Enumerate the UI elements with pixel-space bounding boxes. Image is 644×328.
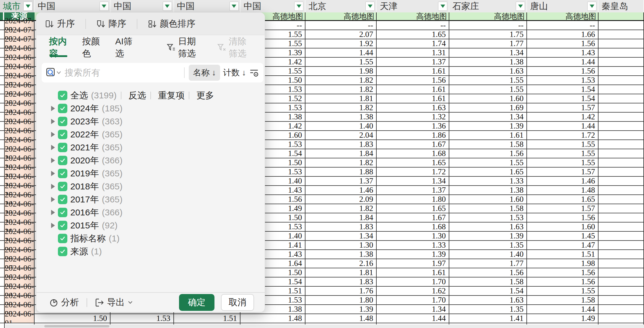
value-cell[interactable]: 1.44	[305, 48, 377, 57]
expand-arrow-icon[interactable]	[51, 223, 55, 228]
value-cell[interactable]: 1.88	[305, 168, 377, 176]
item-label[interactable]: 来源	[70, 246, 88, 258]
value-cell[interactable]: 1.57	[527, 168, 599, 176]
item-checkbox[interactable]	[58, 143, 67, 152]
value-cell[interactable]: --	[305, 21, 377, 30]
value-cell[interactable]	[599, 158, 644, 167]
expand-arrow-icon[interactable]	[51, 197, 55, 202]
filter-dropdown-button[interactable]	[23, 2, 32, 11]
header-cell-china-2[interactable]: 中国	[111, 0, 174, 12]
value-cell[interactable]: 1.58	[527, 296, 599, 304]
value-cell[interactable]	[599, 131, 644, 139]
header-cell-china-1[interactable]: 中国	[35, 0, 110, 12]
value-cell[interactable]: 1.38	[305, 250, 377, 259]
value-cell[interactable]: 1.83	[305, 223, 377, 231]
value-cell[interactable]: 1.63	[377, 103, 449, 112]
value-cell[interactable]: 1.46	[527, 177, 599, 185]
item-checkbox[interactable]	[58, 130, 67, 139]
value-cell[interactable]	[599, 30, 644, 39]
source-cell[interactable]: 高德地图	[449, 12, 527, 20]
value-cell[interactable]: 1.55	[449, 76, 527, 85]
sort-by-color-button[interactable]: 颜色排序	[148, 18, 195, 30]
filter-dropdown-button[interactable]	[365, 2, 375, 11]
filter-dropdown-button[interactable]	[516, 2, 525, 11]
item-label[interactable]: 2020年	[70, 155, 99, 167]
value-cell[interactable]: 1.82	[305, 76, 377, 85]
filter-dropdown-button[interactable]	[230, 2, 239, 11]
value-cell[interactable]: 1.45	[527, 232, 599, 240]
expand-arrow-icon[interactable]	[51, 210, 55, 215]
item-label[interactable]: 2021年	[70, 142, 99, 154]
value-cell[interactable]	[599, 113, 644, 121]
expand-arrow-icon[interactable]	[51, 106, 55, 111]
value-cell[interactable]: 1.37	[377, 186, 449, 194]
source-cell[interactable]: 高德地图	[305, 12, 377, 20]
value-cell[interactable]: 1.72	[527, 131, 599, 139]
value-cell[interactable]	[599, 241, 644, 249]
item-checkbox[interactable]	[58, 247, 67, 256]
value-cell[interactable]: 1.84	[305, 149, 377, 158]
item-checkbox[interactable]	[58, 117, 67, 126]
item-checkbox[interactable]	[58, 182, 67, 191]
value-cell[interactable]: 1.40	[449, 250, 527, 259]
filter-dropdown-button[interactable]	[438, 2, 447, 11]
header-cell-china-3[interactable]: 中国	[174, 0, 241, 12]
value-cell[interactable]: 1.54	[527, 94, 599, 103]
value-cell[interactable]: --	[377, 21, 449, 30]
value-cell[interactable]: 1.65	[527, 195, 599, 204]
value-cell[interactable]: 1.46	[305, 186, 377, 194]
value-cell[interactable]: 1.76	[305, 287, 377, 295]
value-cell[interactable]: 1.58	[449, 140, 527, 149]
value-cell[interactable]: 1.56	[377, 76, 449, 85]
value-cell[interactable]: 1.98	[305, 67, 377, 75]
value-cell[interactable]	[599, 186, 644, 194]
value-cell[interactable]: 1.61	[377, 94, 449, 103]
value-cell[interactable]: 1.44	[527, 58, 599, 66]
value-cell[interactable]: 1.70	[377, 296, 449, 304]
value-cell[interactable]: 1.55	[449, 158, 527, 167]
search-scope-chevron-icon[interactable]	[56, 71, 61, 74]
value-cell[interactable]: 1.66	[527, 30, 599, 39]
value-cell[interactable]: 1.35	[449, 305, 527, 314]
header-cell-beijing[interactable]: 北京	[305, 0, 377, 12]
value-cell[interactable]	[599, 76, 644, 85]
scrollbar-thumb[interactable]	[44, 325, 109, 327]
value-cell[interactable]: 1.41	[449, 314, 527, 323]
value-cell[interactable]: 1.54	[449, 287, 527, 295]
value-cell[interactable]: 1.86	[377, 131, 449, 139]
value-cell[interactable]: 1.77	[449, 39, 527, 48]
value-cell[interactable]: 1.55	[449, 85, 527, 94]
value-cell[interactable]	[599, 232, 644, 240]
value-cell[interactable]: 1.49	[527, 314, 599, 323]
value-cell[interactable]: 1.43	[527, 48, 599, 57]
sort-by-count-toggle[interactable]: 计数 ↓	[220, 65, 249, 81]
value-cell[interactable]: 1.58	[449, 204, 527, 213]
item-checkbox[interactable]	[58, 221, 67, 230]
value-cell[interactable]: 1.68	[377, 149, 449, 158]
search-icon[interactable]	[46, 67, 56, 78]
item-label[interactable]: 2022年	[70, 129, 99, 141]
value-cell[interactable]: 1.57	[527, 103, 599, 112]
value-cell[interactable]: 1.72	[377, 168, 449, 176]
value-cell[interactable]: 1.36	[377, 122, 449, 130]
value-cell[interactable]: 1.63	[449, 296, 527, 304]
value-cell[interactable]: 1.57	[527, 204, 599, 213]
value-cell[interactable]: 1.42	[527, 113, 599, 121]
value-cell[interactable]	[599, 58, 644, 66]
value-cell[interactable]: 1.56	[527, 277, 599, 286]
value-cell[interactable]: 1.34	[377, 305, 449, 314]
value-cell[interactable]	[599, 85, 644, 94]
value-cell[interactable]: 1.62	[377, 287, 449, 295]
tab-ai-filter[interactable]: AI筛选	[115, 35, 134, 60]
value-cell[interactable]: 1.67	[377, 140, 449, 149]
value-cell[interactable]: 1.83	[305, 277, 377, 286]
value-cell[interactable]: 1.34	[377, 177, 449, 185]
cancel-button[interactable]: 取消	[221, 294, 254, 311]
value-cell[interactable]	[599, 277, 644, 286]
value-cell[interactable]: 1.61	[377, 85, 449, 94]
expand-arrow-icon[interactable]	[51, 119, 55, 124]
value-cell[interactable]	[599, 103, 644, 112]
sort-ascending-button[interactable]: 升序	[45, 18, 75, 30]
value-cell[interactable]: 1.56	[449, 149, 527, 158]
value-cell[interactable]	[599, 67, 644, 75]
